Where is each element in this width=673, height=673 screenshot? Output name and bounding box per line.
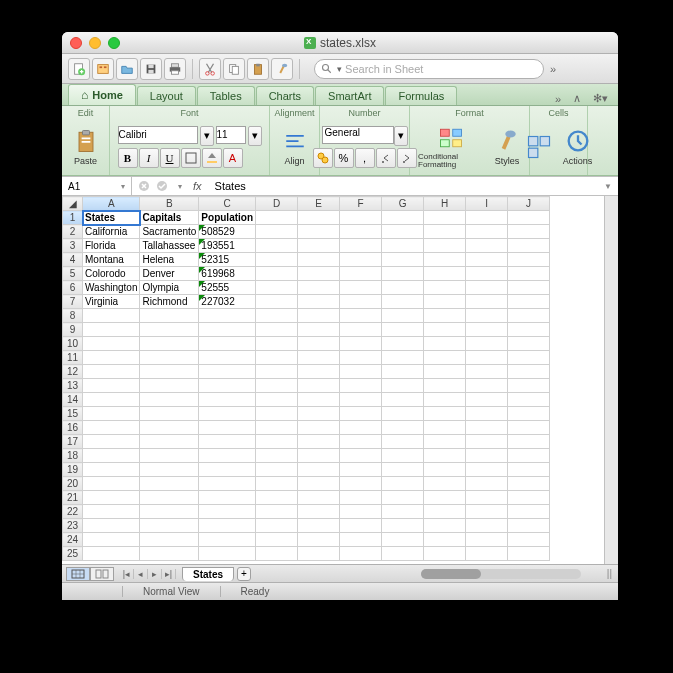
font-name-dropdown[interactable]: ▾ xyxy=(200,126,214,146)
cell-H21[interactable] xyxy=(424,491,466,505)
cell-G22[interactable] xyxy=(382,505,424,519)
underline-button[interactable]: U xyxy=(160,148,180,168)
cell-D16[interactable] xyxy=(256,421,298,435)
cell-A24[interactable] xyxy=(83,533,140,547)
cell-H3[interactable] xyxy=(424,239,466,253)
format-painter-button[interactable] xyxy=(271,58,293,80)
cell-J15[interactable] xyxy=(508,407,550,421)
cell-D18[interactable] xyxy=(256,449,298,463)
cell-G19[interactable] xyxy=(382,463,424,477)
cell-B12[interactable] xyxy=(140,365,199,379)
cell-F12[interactable] xyxy=(340,365,382,379)
col-header-D[interactable]: D xyxy=(256,197,298,211)
cell-D14[interactable] xyxy=(256,393,298,407)
cell-D2[interactable] xyxy=(256,225,298,239)
formula-dropdown[interactable]: ▾ xyxy=(172,178,188,194)
cell-C16[interactable] xyxy=(199,421,256,435)
font-size-dropdown[interactable]: ▾ xyxy=(248,126,262,146)
cell-B7[interactable]: Richmond xyxy=(140,295,199,309)
cell-J18[interactable] xyxy=(508,449,550,463)
row-header-16[interactable]: 16 xyxy=(63,421,83,435)
cell-A25[interactable] xyxy=(83,547,140,561)
cell-H13[interactable] xyxy=(424,379,466,393)
vertical-scrollbar[interactable] xyxy=(604,196,618,564)
cell-D6[interactable] xyxy=(256,281,298,295)
cell-A7[interactable]: Virginia xyxy=(83,295,140,309)
row-header-3[interactable]: 3 xyxy=(63,239,83,253)
cell-H20[interactable] xyxy=(424,477,466,491)
cell-I25[interactable] xyxy=(466,547,508,561)
row-header-22[interactable]: 22 xyxy=(63,505,83,519)
row-header-4[interactable]: 4 xyxy=(63,253,83,267)
cell-G21[interactable] xyxy=(382,491,424,505)
font-name-select[interactable] xyxy=(118,126,198,144)
cell-J22[interactable] xyxy=(508,505,550,519)
page-layout-view-button[interactable] xyxy=(90,567,114,581)
cell-D15[interactable] xyxy=(256,407,298,421)
cell-E23[interactable] xyxy=(298,519,340,533)
cell-F23[interactable] xyxy=(340,519,382,533)
cell-B20[interactable] xyxy=(140,477,199,491)
row-header-12[interactable]: 12 xyxy=(63,365,83,379)
cell-E5[interactable] xyxy=(298,267,340,281)
cell-H6[interactable] xyxy=(424,281,466,295)
cell-F17[interactable] xyxy=(340,435,382,449)
cell-H15[interactable] xyxy=(424,407,466,421)
tab-formulas[interactable]: Formulas xyxy=(385,86,457,105)
cell-A13[interactable] xyxy=(83,379,140,393)
cell-A23[interactable] xyxy=(83,519,140,533)
cell-J19[interactable] xyxy=(508,463,550,477)
cell-B16[interactable] xyxy=(140,421,199,435)
cell-J25[interactable] xyxy=(508,547,550,561)
cell-B11[interactable] xyxy=(140,351,199,365)
cell-H2[interactable] xyxy=(424,225,466,239)
grid[interactable]: ◢ABCDEFGHIJ1StatesCapitalsPopulation2Cal… xyxy=(62,196,604,564)
name-box[interactable]: ▾ xyxy=(62,177,132,195)
open-button[interactable] xyxy=(116,58,138,80)
templates-button[interactable] xyxy=(92,58,114,80)
formula-expand-button[interactable]: ▼ xyxy=(604,182,618,191)
cell-E6[interactable] xyxy=(298,281,340,295)
cell-J13[interactable] xyxy=(508,379,550,393)
cell-A6[interactable]: Washington xyxy=(83,281,140,295)
cell-F9[interactable] xyxy=(340,323,382,337)
cell-B15[interactable] xyxy=(140,407,199,421)
row-header-25[interactable]: 25 xyxy=(63,547,83,561)
cell-C6[interactable]: 52555 xyxy=(199,281,256,295)
cell-A1[interactable]: States xyxy=(83,211,140,225)
cell-B19[interactable] xyxy=(140,463,199,477)
cell-A19[interactable] xyxy=(83,463,140,477)
cell-D21[interactable] xyxy=(256,491,298,505)
select-all-corner[interactable]: ◢ xyxy=(63,197,83,211)
cell-I2[interactable] xyxy=(466,225,508,239)
cell-E24[interactable] xyxy=(298,533,340,547)
insert-cells-button[interactable] xyxy=(521,131,557,163)
row-header-10[interactable]: 10 xyxy=(63,337,83,351)
tab-layout[interactable]: Layout xyxy=(137,86,196,105)
cell-A20[interactable] xyxy=(83,477,140,491)
add-sheet-button[interactable]: + xyxy=(237,567,251,581)
cell-B13[interactable] xyxy=(140,379,199,393)
cell-D7[interactable] xyxy=(256,295,298,309)
col-header-I[interactable]: I xyxy=(466,197,508,211)
cell-A5[interactable]: Colorodo xyxy=(83,267,140,281)
cell-G1[interactable] xyxy=(382,211,424,225)
cell-G18[interactable] xyxy=(382,449,424,463)
col-header-F[interactable]: F xyxy=(340,197,382,211)
number-format-dropdown[interactable]: ▾ xyxy=(394,126,408,146)
cell-E1[interactable] xyxy=(298,211,340,225)
cell-J14[interactable] xyxy=(508,393,550,407)
cell-H8[interactable] xyxy=(424,309,466,323)
cell-B23[interactable] xyxy=(140,519,199,533)
cell-F15[interactable] xyxy=(340,407,382,421)
cell-A3[interactable]: Florida xyxy=(83,239,140,253)
cell-C14[interactable] xyxy=(199,393,256,407)
cell-C8[interactable] xyxy=(199,309,256,323)
cell-F19[interactable] xyxy=(340,463,382,477)
cut-button[interactable] xyxy=(199,58,221,80)
cell-A4[interactable]: Montana xyxy=(83,253,140,267)
cell-E25[interactable] xyxy=(298,547,340,561)
cell-I9[interactable] xyxy=(466,323,508,337)
cell-D13[interactable] xyxy=(256,379,298,393)
row-header-11[interactable]: 11 xyxy=(63,351,83,365)
